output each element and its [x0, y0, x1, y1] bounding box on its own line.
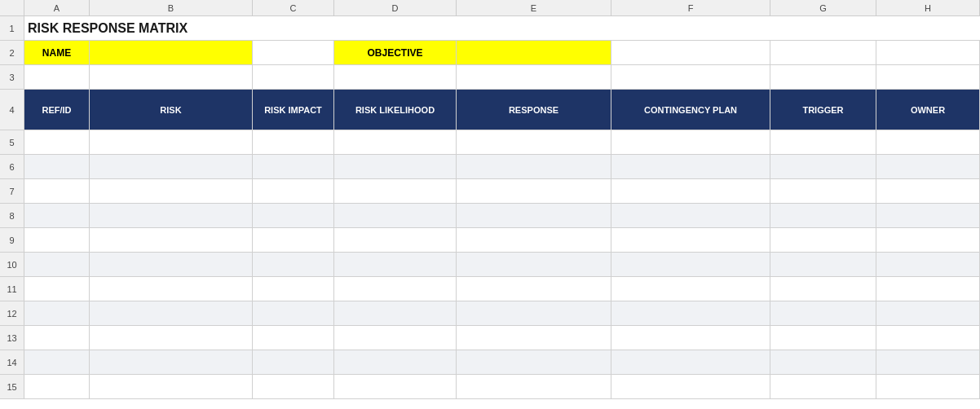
cell-6-a[interactable] [24, 155, 90, 178]
row3-e[interactable] [457, 65, 611, 89]
cell-7-a[interactable] [24, 179, 90, 203]
cell-8-e[interactable] [457, 204, 611, 227]
cell-15-b[interactable] [90, 375, 253, 398]
cell-14-a[interactable] [24, 350, 90, 374]
cell-6-b[interactable] [90, 155, 253, 178]
cell-7-c[interactable] [253, 179, 334, 203]
cell-8-g[interactable] [770, 204, 876, 227]
cell-5-h[interactable] [876, 130, 980, 154]
cell-8-b[interactable] [90, 204, 253, 227]
cell-5-c[interactable] [253, 130, 334, 154]
cell-14-g[interactable] [770, 350, 876, 374]
cell-9-h[interactable] [876, 228, 980, 252]
cell-7-e[interactable] [457, 179, 611, 203]
cell-12-c[interactable] [253, 301, 334, 325]
cell-5-d[interactable] [334, 130, 457, 154]
cell-8-f[interactable] [611, 204, 770, 227]
row3-g[interactable] [770, 65, 876, 89]
cell-12-f[interactable] [611, 301, 770, 325]
cell-13-e[interactable] [457, 326, 611, 350]
name-label[interactable]: NAME [24, 41, 90, 64]
cell-5-g[interactable] [770, 130, 876, 154]
cell-5-f[interactable] [611, 130, 770, 154]
objective-label[interactable]: OBJECTIVE [334, 41, 457, 64]
cell-9-a[interactable] [24, 228, 90, 252]
cell-14-d[interactable] [334, 350, 457, 374]
row3-f[interactable] [611, 65, 770, 89]
cell-5-b[interactable] [90, 130, 253, 154]
cell-10-d[interactable] [334, 253, 457, 276]
cell-8-c[interactable] [253, 204, 334, 227]
cell-10-h[interactable] [876, 253, 980, 276]
cell-7-g[interactable] [770, 179, 876, 203]
cell-12-d[interactable] [334, 301, 457, 325]
cell-15-a[interactable] [24, 375, 90, 398]
cell-13-h[interactable] [876, 326, 980, 350]
cell-7-b[interactable] [90, 179, 253, 203]
cell-13-g[interactable] [770, 326, 876, 350]
cell-5-e[interactable] [457, 130, 611, 154]
cell-11-e[interactable] [457, 277, 611, 301]
cell-13-f[interactable] [611, 326, 770, 350]
objective-value[interactable] [457, 41, 611, 64]
cell-11-g[interactable] [770, 277, 876, 301]
cell-7-d[interactable] [334, 179, 457, 203]
cell-11-f[interactable] [611, 277, 770, 301]
cell-15-g[interactable] [770, 375, 876, 398]
row3-a[interactable] [24, 65, 90, 89]
cell-7-h[interactable] [876, 179, 980, 203]
cell-5-a[interactable] [24, 130, 90, 154]
cell-11-d[interactable] [334, 277, 457, 301]
cell-6-c[interactable] [253, 155, 334, 178]
cell-11-h[interactable] [876, 277, 980, 301]
cell-10-f[interactable] [611, 253, 770, 276]
cell-12-b[interactable] [90, 301, 253, 325]
cell-11-a[interactable] [24, 277, 90, 301]
cell-13-d[interactable] [334, 326, 457, 350]
cell-10-e[interactable] [457, 253, 611, 276]
cell-15-d[interactable] [334, 375, 457, 398]
row3-b[interactable] [90, 65, 253, 89]
cell-14-f[interactable] [611, 350, 770, 374]
cell-9-e[interactable] [457, 228, 611, 252]
cell-12-a[interactable] [24, 301, 90, 325]
cell-14-b[interactable] [90, 350, 253, 374]
cell-15-h[interactable] [876, 375, 980, 398]
name-value[interactable] [90, 41, 253, 64]
cell-12-g[interactable] [770, 301, 876, 325]
cell-13-b[interactable] [90, 326, 253, 350]
cell-10-c[interactable] [253, 253, 334, 276]
cell-8-h[interactable] [876, 204, 980, 227]
cell-8-a[interactable] [24, 204, 90, 227]
cell-10-a[interactable] [24, 253, 90, 276]
cell-14-e[interactable] [457, 350, 611, 374]
cell-15-f[interactable] [611, 375, 770, 398]
cell-8-d[interactable] [334, 204, 457, 227]
cell-15-e[interactable] [457, 375, 611, 398]
row3-d[interactable] [334, 65, 457, 89]
cell-7-f[interactable] [611, 179, 770, 203]
cell-9-g[interactable] [770, 228, 876, 252]
cell-6-e[interactable] [457, 155, 611, 178]
cell-14-h[interactable] [876, 350, 980, 374]
cell-11-b[interactable] [90, 277, 253, 301]
cell-10-b[interactable] [90, 253, 253, 276]
cell-14-c[interactable] [253, 350, 334, 374]
row3-h[interactable] [876, 65, 980, 89]
row3-c[interactable] [253, 65, 334, 89]
cell-15-c[interactable] [253, 375, 334, 398]
cell-13-c[interactable] [253, 326, 334, 350]
cell-6-g[interactable] [770, 155, 876, 178]
cell-6-h[interactable] [876, 155, 980, 178]
cell-13-a[interactable] [24, 326, 90, 350]
cell-9-c[interactable] [253, 228, 334, 252]
cell-9-b[interactable] [90, 228, 253, 252]
cell-10-g[interactable] [770, 253, 876, 276]
cell-12-h[interactable] [876, 301, 980, 325]
cell-9-d[interactable] [334, 228, 457, 252]
cell-11-c[interactable] [253, 277, 334, 301]
cell-9-f[interactable] [611, 228, 770, 252]
cell-12-e[interactable] [457, 301, 611, 325]
cell-6-d[interactable] [334, 155, 457, 178]
cell-6-f[interactable] [611, 155, 770, 178]
